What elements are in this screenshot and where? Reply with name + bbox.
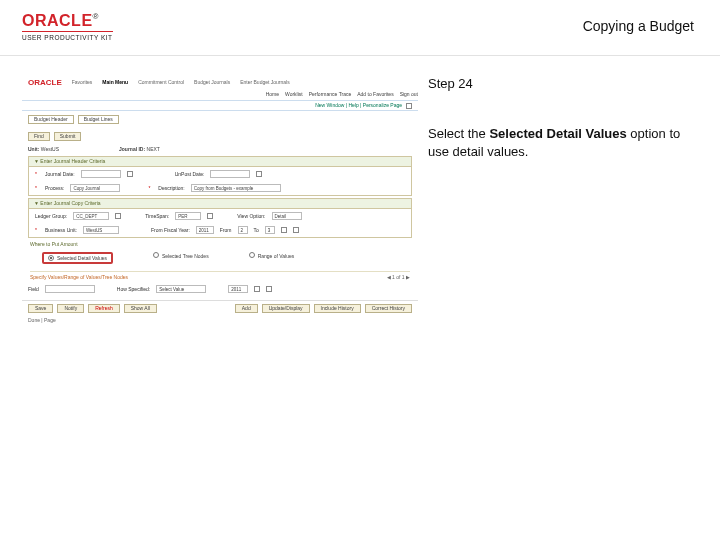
field-label: Field xyxy=(28,287,39,292)
time-section: Where to Put Amount xyxy=(30,242,410,247)
nav-bar: ORACLE Favorites Main Menu Commitment Co… xyxy=(22,76,418,89)
include-button: Include History xyxy=(314,304,361,313)
nav-item: Favorites xyxy=(72,80,93,85)
nav-link: Performance Trace xyxy=(309,92,352,97)
nav-item: Commitment Control xyxy=(138,80,184,85)
radio-label: Range of Values xyxy=(258,253,295,259)
radio-row: Selected Detail Values Selected Tree Nod… xyxy=(22,249,418,267)
journal-meta: Unit: WestUS Journal ID: NEXT xyxy=(22,145,418,154)
process-label: Process: xyxy=(45,186,64,191)
calendar-icon xyxy=(127,171,133,177)
desc-label: Description: xyxy=(158,186,184,191)
to-input: 3 xyxy=(265,226,275,234)
process-input: Copy Journal xyxy=(70,184,120,192)
budget-screenshot: ORACLE Favorites Main Menu Commitment Co… xyxy=(22,76,418,306)
page-links: New Window | Help | Personalize Page xyxy=(315,103,402,108)
specify-row: Field How Specified:Select Value 2011 xyxy=(22,282,418,296)
tab-budget-lines: Budget Lines xyxy=(78,115,119,124)
to-label: To xyxy=(254,228,259,233)
correct-button: Correct History xyxy=(365,304,412,313)
lookup-icon xyxy=(293,227,299,233)
step-number: Step 24 xyxy=(428,76,698,91)
jid-label: Journal ID: xyxy=(119,146,145,152)
nav-item: Enter Budget Journals xyxy=(240,80,289,85)
nav-link: Worklist xyxy=(285,92,303,97)
header: ORACLE® USER PRODUCTIVITY KIT Copying a … xyxy=(0,0,720,56)
notify-button: Notify xyxy=(57,304,84,313)
radio-icon xyxy=(153,252,159,258)
specify-title: Specify Values/Range of Values/Tree Node… xyxy=(30,275,128,280)
pd-label: From xyxy=(220,228,232,233)
oracle-tm: ® xyxy=(93,12,99,21)
selected-detail-values-option[interactable]: Selected Detail Values xyxy=(42,252,113,264)
page-title: Copying a Budget xyxy=(583,18,694,34)
ledger-input: CC_DEPT xyxy=(73,212,109,220)
view-label: View Option: xyxy=(237,214,265,219)
radio-icon xyxy=(249,252,255,258)
find-button: Find xyxy=(28,132,50,141)
time-title: Where to Put Amount xyxy=(30,242,78,247)
logo-block: ORACLE® USER PRODUCTIVITY KIT xyxy=(22,12,113,41)
help-icon xyxy=(406,103,412,109)
journal-tabs: Budget Header Budget Lines xyxy=(22,111,418,128)
range-values-option: Range of Values xyxy=(249,252,295,264)
timespan-input: PER xyxy=(175,212,201,220)
refresh-button: Refresh xyxy=(88,304,120,313)
nav-item: Main Menu xyxy=(102,80,128,85)
upk-subtitle: USER PRODUCTIVITY KIT xyxy=(22,31,113,41)
specify-nav: ◀ 1 of 1 ▶ xyxy=(387,275,410,280)
view-input: Detail xyxy=(272,212,302,220)
status-tray: Done | Page xyxy=(22,316,418,325)
jid-value: NEXT xyxy=(147,146,160,152)
bu-label: Business Unit: xyxy=(45,228,77,233)
specify-section: Specify Values/Range of Values/Tree Node… xyxy=(30,271,410,280)
action-buttons: Find Submit xyxy=(22,128,418,145)
update-button: Update/Display xyxy=(262,304,310,313)
fy-input: 2011 xyxy=(196,226,214,234)
ledger-label: Ledger Group: xyxy=(35,214,67,219)
save-button: Save xyxy=(28,304,53,313)
desc-input: Copy from Budgets - example xyxy=(191,184,281,192)
nav-link: Home xyxy=(266,92,279,97)
timespan-label: TimeSpan: xyxy=(145,214,169,219)
nav-link: Add to Favorites xyxy=(357,92,393,97)
unpost-label: UnPost Date: xyxy=(175,172,205,177)
app-tab-bar: Home Worklist Performance Trace Add to F… xyxy=(22,89,418,101)
content-row: ORACLE Favorites Main Menu Commitment Co… xyxy=(0,56,720,306)
radio-label: Selected Tree Nodes xyxy=(162,253,209,259)
add-button: Add xyxy=(235,304,258,313)
unit-label: Unit: xyxy=(28,146,39,152)
unit-value: WestUS xyxy=(41,146,59,152)
del-row-icon xyxy=(266,286,272,292)
fy-label: From Fiscal Year: xyxy=(151,228,190,233)
radio-label: Selected Detail Values xyxy=(57,256,107,261)
oracle-logo: ORACLE xyxy=(22,12,93,29)
step-text-bold: Selected Detail Values xyxy=(489,126,626,141)
journal-date-input xyxy=(81,170,121,178)
tab-budget-header: Budget Header xyxy=(28,115,74,124)
lookup-icon xyxy=(207,213,213,219)
submit-button: Submit xyxy=(54,132,82,141)
panel-title: ▼ Enter Journal Copy Criteria xyxy=(29,199,411,209)
page-toolbar: New Window | Help | Personalize Page xyxy=(22,101,418,111)
lookup-icon xyxy=(115,213,121,219)
step-text: Select the Selected Detail Values option… xyxy=(428,125,698,160)
mini-oracle-logo: ORACLE xyxy=(28,79,62,87)
showall-button: Show All xyxy=(124,304,157,313)
nav-item: Budget Journals xyxy=(194,80,230,85)
pd-input: 2 xyxy=(238,226,248,234)
how-label: How Specified: xyxy=(117,287,150,292)
tree-nodes-option: Selected Tree Nodes xyxy=(153,252,209,264)
radio-icon xyxy=(48,255,54,261)
journal-date-label: Journal Date: xyxy=(45,172,75,177)
calendar-icon xyxy=(256,171,262,177)
header-criteria-panel: ▼ Enter Journal Header Criteria *Journal… xyxy=(28,156,412,196)
unpost-input xyxy=(210,170,250,178)
panel-title: ▼ Enter Journal Header Criteria xyxy=(29,157,411,167)
bu-input: WestUS xyxy=(83,226,119,234)
step-text-a: Select the xyxy=(428,126,489,141)
nav-link: Sign out xyxy=(400,92,418,97)
copy-criteria-panel: ▼ Enter Journal Copy Criteria Ledger Gro… xyxy=(28,198,412,238)
add-row-icon xyxy=(254,286,260,292)
footer-buttons: Save Notify Refresh Show All Add Update/… xyxy=(22,300,418,316)
